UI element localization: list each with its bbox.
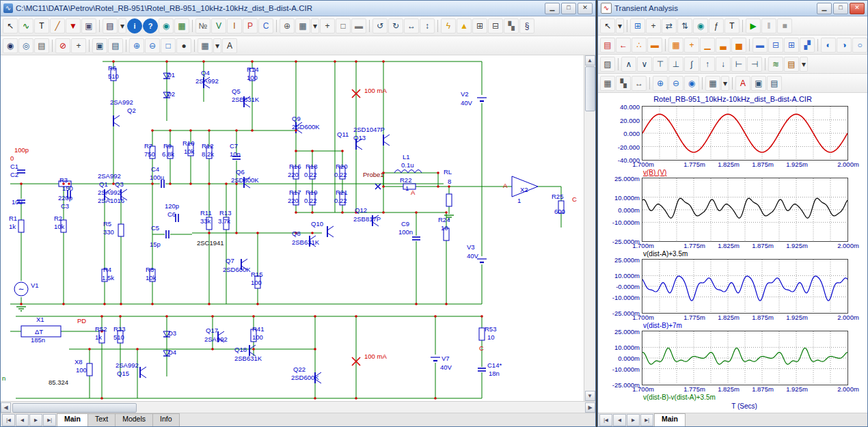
cursor-left-icon[interactable]: ⊢ xyxy=(731,57,746,72)
minimize-button[interactable]: ▁ xyxy=(545,3,560,14)
global-high-icon[interactable]: ↑ xyxy=(700,57,715,72)
current-display-icon[interactable]: I xyxy=(227,18,242,33)
tab-models[interactable]: Models xyxy=(115,413,153,426)
warning-icon[interactable]: ▲ xyxy=(457,18,472,33)
node-numbers-icon[interactable]: № xyxy=(195,18,211,33)
vertical-tag-icon[interactable]: ⇅ xyxy=(677,18,692,33)
rotate-cw-icon[interactable]: ↻ xyxy=(388,18,403,33)
picture-mode-icon[interactable]: ▣ xyxy=(81,18,96,33)
clipboard-dropdown-icon[interactable]: ▾ xyxy=(800,57,808,72)
tab-nav-prev-button[interactable]: ◀ xyxy=(613,414,626,426)
zoom-out-icon[interactable]: ⊖ xyxy=(145,38,160,53)
four-plots-icon[interactable]: ⊞ xyxy=(784,38,799,53)
horizontal-tag-icon[interactable]: ◉ xyxy=(693,18,708,33)
point-tag-icon[interactable]: ⇄ xyxy=(662,18,677,33)
cursor-right-icon[interactable]: ⊣ xyxy=(747,57,762,72)
go-to-valley-icon[interactable]: ∨ xyxy=(637,57,652,72)
add-sheet-icon[interactable]: ⊞ xyxy=(472,18,487,33)
plot-2[interactable]: 25.000m10.000m0.000m-10.000m-25.000m xyxy=(642,178,848,242)
first-quarter-icon[interactable]: ◐ xyxy=(821,38,836,53)
tab-nav-prev-button[interactable]: ◀ xyxy=(16,414,29,426)
grid-toggle-icon[interactable]: ▦ xyxy=(705,76,720,91)
tab-info[interactable]: Info xyxy=(152,413,180,426)
plus-mark-icon[interactable]: + xyxy=(684,38,699,53)
watch-icon[interactable]: ▚ xyxy=(616,76,631,91)
horizontal-scroll-thumb[interactable] xyxy=(12,403,137,413)
two-plots-icon[interactable]: ⊟ xyxy=(768,38,783,53)
tab-nav-next-button[interactable]: ▶ xyxy=(29,414,42,426)
cross-hair-icon[interactable]: + xyxy=(320,18,335,33)
waveform-label-3[interactable]: v(dist-B)+7m xyxy=(643,322,867,331)
ruler-icon[interactable]: ▦ xyxy=(668,38,683,53)
maximize-button[interactable]: □ xyxy=(833,3,848,14)
select-tool-icon[interactable]: ↖ xyxy=(3,18,18,33)
help-mode-icon[interactable]: ? xyxy=(143,18,158,33)
rotate-ccw-icon[interactable]: ↺ xyxy=(372,18,388,33)
pause-icon[interactable]: ‖ xyxy=(761,18,776,33)
run-icon[interactable]: ▶ xyxy=(746,18,761,33)
global-low-icon[interactable]: ↓ xyxy=(716,57,731,72)
zoom-in-icon[interactable]: ⊕ xyxy=(129,38,144,53)
waveform-label-1[interactable]: v(B) (V) xyxy=(643,169,867,178)
go-to-inflection-icon[interactable]: ∫ xyxy=(684,57,699,72)
data-points-icon[interactable]: ∴ xyxy=(632,38,647,53)
zoom-out-icon[interactable]: ⊖ xyxy=(668,76,683,91)
tab-nav-first-button[interactable]: |◀ xyxy=(2,414,15,426)
clipboard-icon[interactable]: ▤ xyxy=(784,57,799,72)
scroll-down-button[interactable]: ▼ xyxy=(585,391,595,401)
baseline-icon[interactable]: ▁ xyxy=(700,38,715,53)
waveform-label-2[interactable]: v(dist-A)+3.5m xyxy=(643,250,867,259)
waveform-plot-area[interactable]: Rotel_RB-951_10kHz-10kHz_dist_B-dist-A.C… xyxy=(598,93,867,413)
schematic-titlebar[interactable]: ∿ C:\MC11\DATA\Petrov\Rotel_RB-951\Rotel… xyxy=(1,1,595,16)
tab-main[interactable]: Main xyxy=(57,413,88,426)
split-plots-icon[interactable]: ▞ xyxy=(800,38,815,53)
grid-display-dropdown-icon[interactable]: ▾ xyxy=(213,38,221,53)
exit-analysis-icon[interactable]: ← xyxy=(616,38,631,53)
flip-y-icon[interactable]: ↕ xyxy=(420,18,435,33)
horizontal-axis-icon[interactable]: ▃ xyxy=(716,38,731,53)
condition-display-icon[interactable]: C xyxy=(258,18,273,33)
horizontal-scrollbar[interactable]: ◀ ▶ xyxy=(1,401,595,413)
schematic-canvas[interactable]: ∼R6510D1D2Q42SA992R14100Q52SB631K2SA992Q… xyxy=(1,55,584,401)
flip-x-icon[interactable]: ↔ xyxy=(404,18,419,33)
plot-1[interactable]: 40.00020.0000.000-20.000-40.000 xyxy=(642,106,848,161)
go-to-low-icon[interactable]: ⊥ xyxy=(668,57,683,72)
select-tool-icon[interactable]: ↖ xyxy=(600,18,615,33)
add-part-icon[interactable]: + xyxy=(71,38,86,53)
minimize-button[interactable]: ▁ xyxy=(817,3,832,14)
vertical-scroll-thumb[interactable] xyxy=(585,66,595,111)
tab-nav-last-button[interactable]: ▶| xyxy=(640,414,653,426)
copy-picture-icon[interactable]: ▣ xyxy=(751,76,766,91)
full-view-icon[interactable]: ○ xyxy=(852,38,867,53)
copy-page-icon[interactable]: ▤ xyxy=(767,76,782,91)
select-dropdown-icon[interactable]: ▾ xyxy=(616,18,624,33)
scale-mode-icon[interactable]: ⊞ xyxy=(630,18,645,33)
stop-icon[interactable]: ■ xyxy=(777,18,792,33)
maximize-button[interactable]: □ xyxy=(561,3,576,14)
pan-icon[interactable]: ↔ xyxy=(632,76,647,91)
graphics-mode-icon[interactable]: ╱ xyxy=(50,18,65,33)
no-connect-icon[interactable]: ⊘ xyxy=(55,38,70,53)
go-to-high-icon[interactable]: ⊤ xyxy=(653,57,668,72)
find-text-icon[interactable]: ▤ xyxy=(34,38,49,53)
copy-page-icon[interactable]: ▤ xyxy=(108,38,123,53)
tile-windows-icon[interactable]: ▚ xyxy=(504,18,519,33)
plot-4[interactable]: 25.000m10.000m0.000m-10.000m-25.000m xyxy=(642,331,848,385)
text-mode-icon[interactable]: T xyxy=(724,18,740,33)
pin-connections-icon[interactable]: ⊕ xyxy=(280,18,295,33)
grid-dropdown-icon[interactable]: ▾ xyxy=(311,18,319,33)
find-icon[interactable]: ◉ xyxy=(3,38,18,53)
font-color-icon[interactable]: A xyxy=(735,76,750,91)
component-menu-icon[interactable]: ▤ xyxy=(103,18,118,33)
calculator-icon[interactable]: ▦ xyxy=(600,76,615,91)
scroll-right-button[interactable]: ▶ xyxy=(585,402,595,413)
grid-display-icon[interactable]: ▦ xyxy=(198,38,213,53)
info-mode-icon[interactable]: i xyxy=(127,18,142,33)
vertical-axis-icon[interactable]: ▅ xyxy=(731,38,746,53)
copy-to-clipboard-icon[interactable]: ▣ xyxy=(92,38,107,53)
flag-mode-icon[interactable]: ▼ xyxy=(66,18,81,33)
grid-toggle-icon[interactable]: ▦ xyxy=(295,18,310,33)
title-block-icon[interactable]: ▬ xyxy=(351,18,366,33)
zoom-ratio-icon[interactable]: ◉ xyxy=(684,76,699,91)
close-button[interactable]: ✕ xyxy=(850,3,865,14)
